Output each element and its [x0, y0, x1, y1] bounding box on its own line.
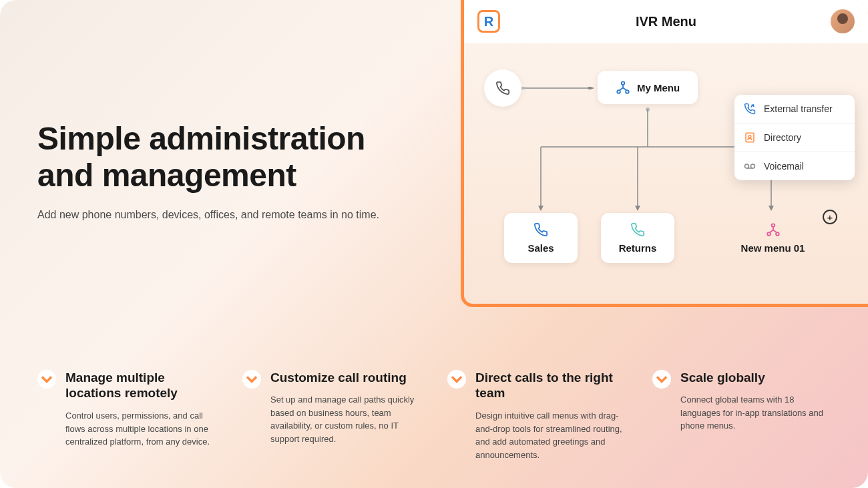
phone-start-node[interactable]	[484, 69, 521, 107]
voicemail-icon	[744, 160, 756, 172]
svg-marker-11	[769, 206, 774, 211]
options-popover: External transfer Directory Voicemail	[734, 95, 855, 180]
svg-point-20	[745, 164, 749, 168]
node-label: New menu 01	[741, 242, 805, 254]
svg-point-19	[748, 136, 751, 138]
ringcentral-logo[interactable]: R	[477, 10, 500, 33]
popover-item-voicemail[interactable]: Voicemail	[734, 152, 855, 180]
feature-desc: Set up and manage call paths quickly bas…	[270, 393, 421, 445]
feature-desc: Connect global teams with 18 languages f…	[680, 393, 831, 433]
svg-point-21	[751, 164, 755, 168]
feature-item: Manage multiple locations remotely Contr…	[37, 370, 216, 462]
phone-icon	[630, 222, 645, 237]
menu-tree-icon	[766, 222, 781, 237]
feature-title: Direct calls to the right team	[475, 370, 626, 402]
feature-item: Scale globally Connect global teams with…	[652, 370, 831, 462]
node-returns[interactable]: Returns	[601, 213, 674, 263]
external-transfer-icon	[744, 103, 756, 115]
feature-desc: Design intuitive call menus with drag-an…	[475, 409, 626, 461]
node-label: Sales	[527, 242, 554, 254]
feature-desc: Control users, permissions, and call flo…	[65, 409, 216, 449]
svg-marker-9	[635, 206, 640, 211]
hero-section: Simple administration and management Add…	[37, 120, 411, 223]
svg-marker-1	[588, 87, 594, 89]
ivr-title: IVR Menu	[636, 14, 696, 29]
popover-item-directory[interactable]: Directory	[734, 124, 855, 152]
node-new-menu[interactable]: New menu 01	[718, 213, 828, 263]
svg-point-12	[622, 81, 625, 85]
avatar[interactable]	[831, 9, 855, 33]
hero-title: Simple administration and management	[37, 120, 411, 194]
chevron-down-icon[interactable]	[652, 370, 671, 389]
feature-title: Customize call routing	[270, 370, 421, 386]
feature-item: Direct calls to the right team Design in…	[447, 370, 626, 462]
feature-title: Scale globally	[680, 370, 831, 386]
chevron-down-icon[interactable]	[37, 370, 56, 389]
chevron-down-icon[interactable]	[242, 370, 261, 389]
node-label: Returns	[619, 242, 657, 254]
hero-subtitle: Add new phone numbers, devices, offices,…	[37, 207, 411, 223]
logo-letter: R	[484, 14, 493, 29]
feature-item: Customize call routing Set up and manage…	[242, 370, 421, 462]
svg-marker-7	[538, 206, 544, 211]
ivr-panel: R IVR Menu	[461, 0, 868, 307]
page-container: Simple administration and management Add…	[0, 0, 868, 488]
svg-point-2	[521, 87, 525, 89]
node-my-menu[interactable]: My Menu	[598, 71, 698, 104]
ivr-diagram: My Menu Sales Returns New menu 01	[464, 43, 868, 304]
menu-tree-icon	[616, 80, 630, 95]
node-sales[interactable]: Sales	[504, 213, 578, 263]
popover-label: Voicemail	[764, 161, 804, 172]
popover-label: Directory	[764, 132, 801, 143]
node-label: My Menu	[637, 82, 680, 93]
feature-title: Manage multiple locations remotely	[65, 370, 216, 402]
phone-icon	[533, 222, 548, 237]
connector-line	[521, 87, 598, 89]
phone-icon	[495, 81, 510, 95]
add-node-button[interactable]: +	[823, 210, 837, 224]
popover-label: External transfer	[764, 103, 833, 114]
popover-item-external-transfer[interactable]: External transfer	[734, 95, 855, 124]
chevron-down-icon[interactable]	[447, 370, 466, 389]
svg-point-15	[771, 224, 775, 227]
svg-point-3	[646, 107, 650, 111]
directory-icon	[744, 132, 756, 144]
ivr-header: R IVR Menu	[464, 0, 868, 43]
features-row: Manage multiple locations remotely Contr…	[37, 370, 831, 462]
